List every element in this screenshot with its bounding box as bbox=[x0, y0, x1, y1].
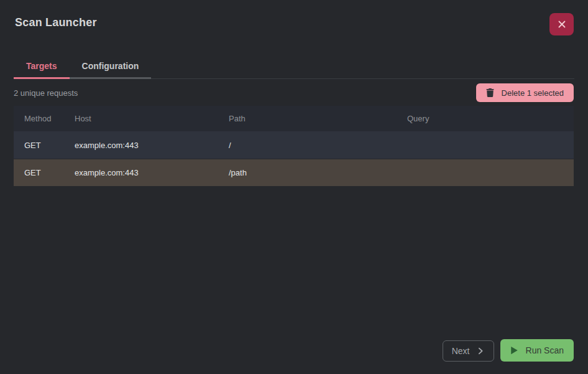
toolbar: 2 unique requests Delete 1 selected bbox=[14, 83, 574, 102]
request-count: 2 unique requests bbox=[14, 88, 78, 98]
table-row-selected[interactable]: GET example.com:443 /path bbox=[14, 159, 574, 186]
page-title: Scan Launcher bbox=[15, 16, 573, 29]
run-scan-label: Run Scan bbox=[526, 345, 564, 355]
footer-actions: Next Run Scan bbox=[443, 339, 574, 362]
cell-path: / bbox=[218, 141, 397, 150]
close-icon bbox=[557, 19, 567, 29]
close-button[interactable] bbox=[549, 13, 574, 35]
tab-configuration[interactable]: Configuration bbox=[70, 54, 152, 79]
cell-method: GET bbox=[14, 141, 64, 150]
delete-selected-label: Delete 1 selected bbox=[502, 88, 564, 98]
cell-method: GET bbox=[14, 168, 64, 177]
chevron-right-icon bbox=[476, 347, 485, 355]
tab-bar: Targets Configuration bbox=[14, 54, 574, 79]
play-icon bbox=[510, 346, 518, 355]
tab-targets-label: Targets bbox=[26, 61, 57, 71]
trash-icon bbox=[486, 88, 494, 97]
table-header-row: Method Host Path Query bbox=[14, 106, 574, 131]
cell-path: /path bbox=[218, 168, 397, 177]
tab-configuration-label: Configuration bbox=[82, 61, 139, 71]
column-header-path[interactable]: Path bbox=[218, 114, 397, 123]
dialog-header: Scan Launcher bbox=[0, 0, 588, 29]
next-button[interactable]: Next bbox=[443, 340, 494, 362]
column-header-query[interactable]: Query bbox=[397, 114, 574, 123]
scan-launcher-dialog: Scan Launcher Targets Configuration 2 un… bbox=[0, 0, 588, 374]
column-header-method[interactable]: Method bbox=[14, 114, 64, 123]
cell-host: example.com:443 bbox=[64, 168, 218, 177]
delete-selected-button[interactable]: Delete 1 selected bbox=[476, 83, 574, 102]
next-button-label: Next bbox=[452, 346, 470, 356]
cell-host: example.com:443 bbox=[64, 141, 218, 150]
table-row[interactable]: GET example.com:443 / bbox=[14, 131, 574, 159]
tab-targets[interactable]: Targets bbox=[14, 54, 70, 79]
run-scan-button[interactable]: Run Scan bbox=[500, 339, 574, 362]
targets-table: Method Host Path Query GET example.com:4… bbox=[14, 106, 574, 186]
column-header-host[interactable]: Host bbox=[64, 114, 218, 123]
